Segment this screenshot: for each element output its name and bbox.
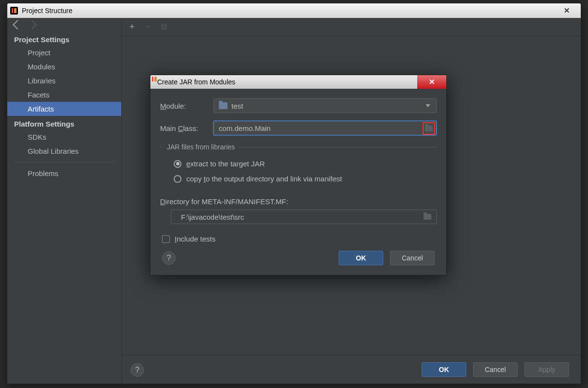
cancel-button[interactable]: Cancel	[473, 362, 518, 377]
nav-forward-icon[interactable]	[27, 20, 37, 30]
nav-back-icon[interactable]	[13, 20, 22, 30]
sidebar-heading-project-settings: Project Settings	[7, 32, 121, 46]
project-structure-window: Project Structure ✕ Project Settings Pro…	[7, 3, 581, 384]
folder-open-icon	[425, 126, 433, 131]
sidebar-nav	[7, 18, 121, 32]
radio-extract[interactable]: extract to the target JAR	[163, 158, 434, 170]
titlebar: Project Structure ✕	[7, 3, 581, 18]
sidebar-divider	[14, 162, 114, 162]
sidebar-item-libraries[interactable]: Libraries	[7, 74, 121, 88]
radio-copy-label: copy to the output directory and link vi…	[186, 175, 342, 183]
dialog-close-button[interactable]: ✕	[417, 75, 446, 89]
radio-icon	[174, 175, 181, 183]
dialog-titlebar: Create JAR from Modules ✕	[150, 75, 446, 89]
mainclass-value: com.demo.Main	[219, 124, 271, 132]
dialog-footer: ? OK Cancel	[160, 248, 437, 267]
module-label: Module:	[160, 102, 209, 110]
radio-icon	[174, 160, 181, 168]
browse-mainclass-button[interactable]	[423, 122, 435, 135]
checkbox-icon	[162, 235, 170, 243]
artifacts-toolbar: + − ⧉	[122, 18, 581, 36]
window-title: Project Structure	[22, 7, 72, 15]
sidebar: Project Settings Project Modules Librari…	[7, 18, 122, 384]
ok-button[interactable]: OK	[422, 362, 466, 377]
sidebar-item-global-libraries[interactable]: Global Libraries	[7, 144, 121, 158]
directory-input[interactable]: F:\javacode\test\src	[171, 210, 437, 224]
create-jar-dialog: Create JAR from Modules ✕ Module: test M…	[150, 75, 447, 275]
window-close-button[interactable]: ✕	[553, 3, 581, 18]
sidebar-item-artifacts[interactable]: Artifacts	[7, 102, 121, 116]
dialog-help-button[interactable]: ?	[162, 251, 176, 265]
apply-button[interactable]: Apply	[524, 362, 569, 377]
radio-extract-label: extract to the target JAR	[186, 160, 265, 168]
sidebar-heading-platform-settings: Platform Settings	[7, 116, 121, 130]
include-tests-checkbox[interactable]: Include tests	[160, 233, 437, 248]
folder-open-icon	[424, 214, 431, 220]
sidebar-item-sdks[interactable]: SDKs	[7, 130, 121, 144]
dialog-title: Create JAR from Modules	[157, 78, 235, 86]
add-icon[interactable]: +	[130, 22, 135, 32]
chevron-down-icon	[425, 104, 430, 107]
include-tests-label: Include tests	[175, 235, 215, 243]
dialog-cancel-button[interactable]: Cancel	[390, 251, 435, 265]
mainclass-input[interactable]: com.demo.Main	[213, 121, 437, 135]
intellij-icon	[10, 7, 18, 15]
help-button[interactable]: ?	[131, 363, 144, 377]
dialog-bottom-bar: ? OK Cancel Apply	[122, 355, 581, 384]
module-select[interactable]: test	[213, 98, 437, 113]
directory-label: Directory for META-INF/MANIFEST.MF:	[160, 197, 437, 206]
copy-icon[interactable]: ⧉	[161, 22, 167, 32]
sidebar-item-problems[interactable]: Problems	[7, 166, 121, 180]
jar-libs-fieldset: JAR files from libraries extract to the …	[160, 143, 437, 191]
radio-copy[interactable]: copy to the output directory and link vi…	[163, 173, 434, 185]
module-value: test	[231, 102, 243, 110]
jar-libs-legend: JAR files from libraries	[163, 143, 239, 151]
module-folder-icon	[219, 102, 228, 109]
dialog-ok-button[interactable]: OK	[339, 251, 383, 265]
sidebar-item-modules[interactable]: Modules	[7, 60, 121, 74]
directory-value: F:\javacode\test\src	[181, 213, 244, 221]
mainclass-label: Main Class:	[160, 124, 209, 132]
sidebar-item-facets[interactable]: Facets	[7, 88, 121, 102]
sidebar-item-project[interactable]: Project	[7, 46, 121, 60]
remove-icon[interactable]: −	[146, 22, 151, 32]
